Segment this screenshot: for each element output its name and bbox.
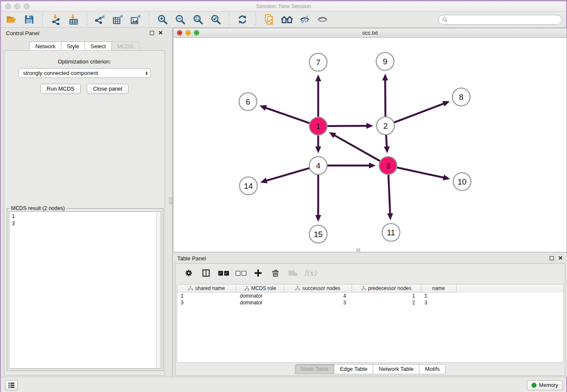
column-header-predecessor-nodes[interactable]: predecessor nodes: [352, 284, 421, 293]
tab-edge-table[interactable]: Edge Table: [334, 364, 373, 374]
control-panel-titlebar: Control Panel ✕: [2, 28, 167, 38]
sort-tree-icon: [188, 286, 193, 291]
export-table-icon[interactable]: [112, 13, 124, 26]
arrowhead-icon: [315, 215, 321, 222]
column-view-icon[interactable]: [201, 268, 212, 279]
cell[interactable]: 2: [352, 299, 421, 306]
import-table-icon[interactable]: [67, 13, 80, 26]
arrowhead-icon: [315, 146, 321, 153]
tab-network-table[interactable]: Network Table: [373, 364, 419, 374]
memory-label: Memory: [539, 382, 558, 388]
canvas-scrollbar-thumb[interactable]: [356, 248, 360, 251]
window-titlebar: Session: New Session: [1, 1, 566, 12]
table-body: 1dominator4113dominator323: [177, 293, 563, 306]
float-panel-icon[interactable]: [150, 31, 154, 35]
copy-network-icon[interactable]: [263, 13, 275, 26]
close-panel-icon[interactable]: ✕: [158, 31, 163, 35]
export-image-icon[interactable]: [129, 13, 142, 26]
graph-edge-2-8[interactable]: [394, 103, 445, 123]
float-panel-icon[interactable]: [550, 256, 554, 260]
tab-node-table[interactable]: Node Table: [295, 364, 335, 374]
ndex-houses-icon[interactable]: [281, 13, 293, 26]
status-bar: Memory: [1, 377, 566, 392]
arrowhead-icon: [387, 213, 393, 220]
graph-node-label: 10: [457, 177, 466, 186]
graph-edge-3-1[interactable]: [333, 135, 380, 161]
cell[interactable]: 1: [421, 293, 457, 299]
cell[interactable]: 1: [352, 293, 421, 299]
graph-edge-2-3[interactable]: [386, 135, 387, 148]
cell[interactable]: 3: [421, 299, 457, 306]
export-network-icon[interactable]: [94, 13, 107, 26]
list-icon: [8, 382, 15, 388]
search-input[interactable]: [450, 17, 558, 22]
select-all-icon[interactable]: ✓✓: [218, 268, 229, 279]
tab-motifs[interactable]: Motifs: [419, 364, 446, 374]
graph-node-label: 1: [316, 122, 321, 131]
graph-node-label: 9: [383, 57, 388, 66]
mcds-result-textarea[interactable]: 1 3: [9, 211, 161, 369]
memory-button[interactable]: Memory: [527, 380, 563, 390]
cell[interactable]: 1: [177, 293, 237, 299]
application-window: Session: New Session: [0, 0, 567, 392]
table-panel: Table Panel ✕ ✓✓: [173, 253, 567, 377]
column-header-shared-name[interactable]: shared name: [177, 284, 237, 293]
column-header-MCDS-role[interactable]: MCDS role: [237, 284, 284, 293]
arrowhead-icon: [259, 105, 267, 110]
cell[interactable]: 3: [284, 299, 352, 306]
network-canvas[interactable]: 1234678910111415: [173, 38, 567, 252]
close-panel-icon[interactable]: ✕: [558, 256, 563, 260]
delete-row-icon[interactable]: [270, 268, 281, 279]
task-history-button[interactable]: [5, 380, 18, 390]
column-header-name[interactable]: name: [421, 284, 457, 293]
mcds-result-groupbox: MCDS result (2 nodes) 1 3: [7, 208, 163, 371]
delete-table-icon: [287, 268, 298, 279]
graph-edge-1-2[interactable]: [327, 126, 368, 126]
import-network-icon[interactable]: [50, 13, 62, 26]
graph-edge-3-10[interactable]: [397, 167, 445, 178]
graph-edge-4-14[interactable]: [265, 168, 309, 181]
zoom-fit-icon[interactable]: [192, 13, 204, 26]
network-graph[interactable]: 1234678910111415: [173, 38, 567, 252]
cell[interactable]: dominator: [237, 293, 284, 299]
zoom-selected-icon[interactable]: [209, 13, 222, 26]
splitter-handle-icon[interactable]: [169, 197, 172, 204]
graph-node-label: 7: [316, 58, 321, 67]
network-frame-titlebar[interactable]: ✕ − ＋ scc.txt: [173, 28, 567, 38]
graph-edge-1-6[interactable]: [264, 108, 310, 124]
hide-eye-icon[interactable]: [298, 13, 311, 26]
graph-edge-2-9[interactable]: [385, 79, 385, 117]
function-builder-icon: f(x): [305, 268, 316, 279]
gear-icon[interactable]: [183, 268, 194, 279]
add-row-icon[interactable]: [253, 268, 264, 279]
mcds-panel: Optimization criterion: strongly connect…: [4, 50, 165, 375]
result-scrollbar[interactable]: [156, 212, 161, 368]
graph-node-label: 11: [387, 228, 395, 237]
sort-tree-icon: [245, 286, 249, 291]
cell[interactable]: 4: [284, 293, 352, 299]
graph-node-label: 2: [383, 121, 388, 130]
show-eye-icon[interactable]: [316, 13, 329, 26]
criterion-dropdown[interactable]: strongly connected component ▲▼: [19, 68, 151, 78]
zoom-in-icon[interactable]: [156, 13, 169, 26]
graph-edge-3-11[interactable]: [388, 174, 390, 215]
arrowhead-icon: [315, 75, 321, 81]
column-header-successor-nodes[interactable]: successor nodes: [284, 284, 352, 293]
run-mcds-button[interactable]: Run MCDS: [40, 84, 81, 94]
arrowhead-icon: [384, 146, 390, 153]
open-folder-icon[interactable]: [5, 13, 18, 26]
deselect-all-icon[interactable]: [235, 268, 246, 279]
close-panel-button[interactable]: Close panel: [87, 84, 129, 94]
cell[interactable]: dominator: [237, 299, 284, 306]
search-field[interactable]: [438, 15, 562, 25]
criterion-value: strongly connected component: [23, 70, 145, 76]
zoom-out-icon[interactable]: [174, 13, 187, 26]
save-icon[interactable]: [23, 13, 36, 26]
refresh-layout-icon[interactable]: [236, 13, 249, 26]
table-row: 3dominator323: [177, 299, 563, 306]
network-frame-title: scc.txt: [173, 30, 567, 36]
arrowhead-icon: [369, 163, 376, 168]
panel-splitter[interactable]: [169, 28, 173, 377]
cell[interactable]: 3: [177, 299, 237, 306]
sort-tree-icon: [361, 286, 366, 291]
